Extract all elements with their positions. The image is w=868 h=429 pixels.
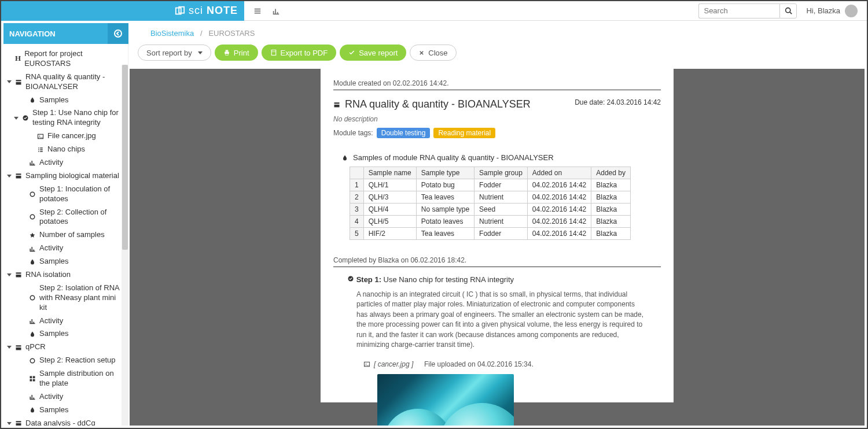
sidebar-item-label: RNA quality & quantity - BIOANALYSER	[25, 72, 124, 92]
search-input[interactable]	[698, 3, 779, 19]
sidebar-item[interactable]: Step 2: Reaction setup	[3, 354, 128, 367]
sidebar-item-label: Step 1: Inoculation of potatoes	[39, 184, 124, 204]
file-meta: File uploaded on 04.02.2016 15:34.	[424, 360, 534, 368]
report-page: Module created on 02.02.2016 14:42. RNA …	[321, 69, 674, 402]
sidebar-item[interactable]: Samples	[3, 327, 128, 341]
table-header	[350, 167, 364, 179]
check-circle-icon	[347, 275, 354, 282]
drop-icon	[29, 406, 36, 413]
circle-icon	[29, 357, 36, 364]
sidebar-item-label: RNA isolation	[25, 270, 124, 280]
module-icon	[15, 420, 22, 426]
step-completed-by: Completed by Blazka on 06.02.2016 18:42.	[333, 256, 661, 264]
list-icon	[37, 146, 44, 153]
caret-icon	[7, 422, 12, 425]
sidebar-item-label: Activity	[39, 316, 124, 326]
tag-double-testing: Double testing	[377, 128, 431, 138]
sidebar-collapse-button[interactable]	[108, 23, 128, 44]
brand-icon	[175, 6, 185, 16]
table-header: Sample type	[416, 167, 474, 179]
table-header: Added by	[591, 167, 631, 179]
sidebar-item[interactable]: Step 1: Inoculation of potatoes	[3, 183, 128, 206]
export-pdf-button[interactable]: Export to PDF	[262, 45, 337, 61]
samples-heading: Samples of module RNA quality & quantity…	[341, 153, 661, 162]
sidebar-item-label: Samples	[39, 257, 124, 267]
sidebar-item[interactable]: Activity	[3, 390, 128, 404]
sidebar-item-label: Step 2: Isolation of RNA with RNeasy pla…	[39, 283, 124, 313]
sidebar-item[interactable]: Activity	[3, 242, 128, 255]
sidebar-item-label: Sampling biological material	[25, 171, 124, 181]
brand[interactable]: sciNOTE	[1, 1, 244, 21]
sidebar-item-label: Activity	[39, 243, 124, 253]
sidebar-item[interactable]: Data analysis - ddCq	[3, 417, 128, 426]
sidebar-item[interactable]: Step 1: Use Nano chip for testing RNA in…	[3, 106, 128, 130]
grid-icon	[29, 375, 36, 382]
module-icon	[15, 271, 22, 278]
caret-icon	[7, 175, 12, 177]
breadcrumb-root[interactable]: BioSistemika	[150, 29, 194, 38]
sidebar-item-label: Step 2: Reaction setup	[39, 356, 124, 365]
close-icon	[418, 50, 425, 56]
circle-icon	[29, 191, 36, 198]
sort-button[interactable]: Sort report by	[138, 45, 211, 61]
sidebar-item[interactable]: Step 2: Isolation of RNA with RNeasy pla…	[3, 282, 128, 315]
module-tags: Module tags: Double testing Reading mate…	[333, 128, 531, 138]
sidebar-item[interactable]: HReport for project EUROSTARS	[3, 47, 128, 71]
image-icon	[363, 361, 370, 368]
print-button[interactable]: Print	[215, 45, 258, 61]
sidebar-title: NAVIGATION	[9, 29, 56, 38]
sidebar-item[interactable]: Number of samples	[3, 228, 128, 242]
avatar	[845, 5, 858, 17]
sidebar-item-label: Activity	[39, 158, 124, 168]
table-header: Sample name	[363, 167, 416, 179]
caret-icon	[7, 80, 12, 83]
sidebar-header: NAVIGATION	[3, 23, 128, 44]
circle-icon	[29, 294, 36, 301]
user-greeting: Hi, Blazka	[806, 6, 840, 15]
sidebar-item[interactable]: File cancer.jpg	[3, 130, 128, 143]
sidebar-item[interactable]: Sampling biological material	[3, 169, 128, 183]
sidebar-item[interactable]: Activity	[3, 315, 128, 328]
sidebar-item-label: Number of samples	[39, 230, 124, 240]
module-description: No description	[333, 115, 531, 123]
sidebar-item-label: Samples	[39, 329, 124, 339]
file-attachment: [ cancer.jpg ] File uploaded on 04.02.20…	[363, 360, 661, 368]
save-button[interactable]: Save report	[340, 45, 406, 61]
sidebar-item[interactable]: Nano chips	[3, 143, 128, 156]
module-icon	[15, 344, 22, 351]
module-title: RNA quality & quantity - BIOANALYSER	[333, 98, 531, 110]
report-canvas[interactable]: Module created on 02.02.2016 14:42. RNA …	[130, 69, 865, 426]
samples-table: Sample nameSample typeSample groupAdded …	[350, 167, 631, 240]
sidebar-item[interactable]: Samples	[3, 255, 128, 268]
sidebar-item[interactable]: Sample distribution on the plate	[3, 367, 128, 390]
sidebar-item[interactable]: RNA quality & quantity - BIOANALYSER	[3, 71, 128, 94]
caret-icon	[7, 346, 12, 349]
activity-icon	[29, 317, 36, 324]
user-menu[interactable]: Hi, Blazka	[797, 5, 867, 17]
module-icon	[333, 101, 340, 108]
search-button[interactable]	[779, 3, 797, 19]
sidebar-item[interactable]: Samples	[3, 94, 128, 107]
collapse-icon	[113, 29, 123, 38]
check-icon	[22, 114, 29, 121]
menu-icon[interactable]	[253, 7, 262, 15]
due-date: Due date: 24.03.2016 14:42	[575, 98, 661, 106]
activity-icon	[29, 393, 36, 400]
sidebar-item[interactable]: Activity	[3, 156, 128, 169]
sidebar-item[interactable]: RNA isolation	[3, 268, 128, 282]
module-created: Module created on 02.02.2016 14:42.	[333, 79, 449, 87]
sidebar-item-label: Nano chips	[47, 145, 124, 154]
image-icon	[37, 133, 44, 140]
chart-icon[interactable]	[272, 7, 280, 15]
sidebar-item[interactable]: Samples	[3, 404, 128, 417]
sidebar-scrollbar[interactable]	[122, 65, 128, 426]
main: BioSistemika / EUROSTARS Sort report by …	[130, 22, 865, 426]
sidebar-item-label: Sample distribution on the plate	[39, 369, 124, 389]
close-button[interactable]: Close	[410, 45, 456, 61]
search	[698, 3, 797, 19]
check-icon	[348, 49, 355, 56]
sidebar: NAVIGATION HReport for project EUROSTARS…	[3, 23, 128, 426]
sidebar-item[interactable]: qPCR	[3, 341, 128, 354]
table-header: Added on	[527, 167, 591, 179]
sidebar-item[interactable]: Step 2: Collection of potatoes	[3, 206, 128, 229]
